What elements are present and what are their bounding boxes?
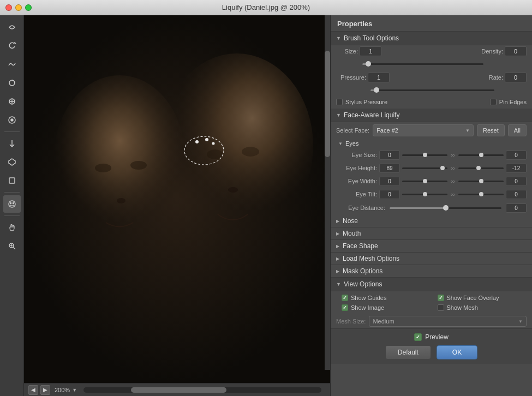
eye-width-left-slider[interactable]	[402, 181, 447, 182]
tool-twirl-cw[interactable]	[3, 74, 21, 92]
canvas-prev-btn[interactable]: ◀	[28, 385, 38, 395]
tool-smooth[interactable]	[3, 56, 21, 73]
mesh-size-value: Medium	[373, 318, 394, 325]
rate-input[interactable]: 0	[505, 73, 527, 82]
eye-size-right-input[interactable]	[506, 151, 527, 160]
horizontal-scrollbar[interactable]	[83, 387, 321, 393]
pin-edges-checkbox[interactable]	[490, 99, 497, 105]
mask-options-section[interactable]: ▶ Mask Options	[331, 265, 532, 278]
main-layout: ◀ ▶ 200% ▼ Properties ▼ Brush Tool Optio…	[0, 15, 532, 396]
eye-width-right-input[interactable]	[506, 177, 527, 186]
zoom-level: 200%	[55, 387, 70, 393]
close-button[interactable]	[5, 4, 12, 11]
eye-tilt-link-icon[interactable]: ∞	[450, 191, 456, 197]
eye-height-left-slider[interactable]	[402, 167, 447, 169]
load-mesh-section[interactable]: ▶ Load Mesh Options	[331, 253, 532, 265]
canvas-image[interactable]	[24, 15, 330, 383]
pressure-input[interactable]: 1	[368, 73, 390, 82]
horizontal-scrollbar-thumb[interactable]	[131, 387, 226, 393]
eye-tilt-right-thumb[interactable]	[479, 192, 483, 196]
eye-tilt-right-slider[interactable]	[458, 194, 504, 195]
face-aware-section-header[interactable]: ▼ Face-Aware Liquify	[331, 109, 532, 122]
size-slider[interactable]	[362, 63, 483, 65]
size-input[interactable]: 1	[360, 46, 381, 56]
density-input[interactable]: 0	[505, 46, 527, 56]
show-face-overlay-checkbox[interactable]: ✓	[438, 295, 444, 301]
size-slider-thumb[interactable]	[366, 61, 371, 67]
view-options-section-header[interactable]: ▼ View Options	[331, 278, 532, 291]
show-image-check: ✓	[343, 305, 347, 310]
eye-height-left-thumb[interactable]	[440, 166, 445, 170]
eye-size-left-input[interactable]	[379, 151, 400, 160]
toolbar-separator-2	[4, 192, 20, 193]
ok-button[interactable]: OK	[437, 345, 477, 359]
eye-size-right-slider[interactable]	[458, 154, 504, 156]
tool-warp[interactable]	[3, 19, 21, 36]
maximize-button[interactable]	[25, 4, 32, 11]
tool-pucker[interactable]	[3, 93, 21, 110]
reset-button[interactable]: Reset	[477, 124, 505, 136]
mouth-section[interactable]: ▶ Mouth	[331, 227, 532, 240]
stylus-pressure-checkbox[interactable]	[336, 99, 343, 105]
pressure-slider-thumb[interactable]	[374, 87, 379, 93]
show-guides-checkbox[interactable]: ✓	[342, 295, 348, 301]
all-button[interactable]: All	[508, 124, 527, 136]
eye-width-link-icon[interactable]: ∞	[450, 178, 456, 184]
eye-size-left-thumb[interactable]	[423, 153, 427, 157]
vertical-scrollbar[interactable]	[325, 15, 330, 370]
eye-height-link-icon[interactable]: ∞	[450, 165, 456, 171]
pressure-slider[interactable]	[370, 89, 494, 91]
preview-checkbox[interactable]: ✓	[414, 333, 422, 341]
tool-freeze-mask[interactable]	[3, 153, 21, 171]
canvas-next-btn[interactable]: ▶	[40, 385, 50, 395]
eye-height-left-input[interactable]	[379, 164, 400, 173]
tool-reconstruct[interactable]	[3, 37, 21, 55]
density-control: Density: 0	[433, 46, 527, 56]
titlebar: Liquify (Daniel.jpg @ 200%)	[0, 0, 532, 15]
tool-thaw-mask[interactable]	[3, 172, 21, 189]
vertical-scrollbar-thumb[interactable]	[325, 51, 330, 157]
eye-height-right-input[interactable]	[506, 164, 527, 173]
eyes-section-header[interactable]: ▼ Eyes	[331, 139, 532, 148]
mouth-arrow: ▶	[336, 231, 339, 236]
eye-tilt-left-input[interactable]	[379, 190, 400, 199]
zoom-dropdown-arrow[interactable]: ▼	[72, 387, 77, 393]
tool-zoom[interactable]	[3, 237, 21, 255]
eye-size-link-icon[interactable]: ∞	[450, 152, 456, 158]
eye-width-right-thumb[interactable]	[479, 179, 483, 183]
tool-hand[interactable]	[3, 219, 21, 236]
left-toolbar	[0, 15, 24, 396]
brush-tool-section-header[interactable]: ▼ Brush Tool Options	[331, 32, 532, 45]
eye-size-left-slider[interactable]	[402, 154, 447, 156]
eye-distance-thumb[interactable]	[443, 205, 449, 211]
svg-point-26	[212, 142, 215, 145]
eye-height-right-thumb[interactable]	[476, 166, 481, 170]
show-mesh-checkbox[interactable]	[438, 304, 444, 311]
eye-width-label: Eye Width:	[336, 178, 377, 184]
eye-width-left-thumb[interactable]	[423, 179, 427, 183]
eye-size-right-thumb[interactable]	[479, 153, 483, 157]
nose-section[interactable]: ▶ Nose	[331, 215, 532, 227]
show-image-checkbox[interactable]: ✓	[342, 304, 348, 311]
mesh-size-dropdown[interactable]: Medium ▼	[369, 316, 527, 327]
eye-tilt-left-thumb[interactable]	[423, 192, 427, 196]
density-label: Density:	[473, 48, 503, 55]
tool-push-left[interactable]	[3, 135, 21, 152]
eye-tilt-right-input[interactable]	[506, 190, 527, 199]
minimize-button[interactable]	[15, 4, 22, 11]
svg-marker-6	[9, 159, 15, 165]
eye-distance-slider[interactable]	[390, 207, 501, 209]
eye-height-right-slider[interactable]	[458, 167, 504, 169]
face-dropdown-value: Face #2	[376, 127, 398, 134]
tool-bloat[interactable]	[3, 111, 21, 129]
stylus-pressure-label: Stylus Pressure	[345, 99, 387, 105]
tool-face[interactable]	[3, 195, 21, 213]
eye-distance-input[interactable]	[506, 203, 527, 213]
face-dropdown[interactable]: Face #2 ▼	[373, 124, 474, 136]
eye-tilt-left-slider[interactable]	[402, 194, 447, 195]
svg-point-24	[195, 140, 199, 143]
eye-width-left-input[interactable]	[379, 177, 400, 186]
face-shape-section[interactable]: ▶ Face Shape	[331, 240, 532, 253]
default-button[interactable]: Default	[385, 345, 431, 359]
eye-width-right-slider[interactable]	[458, 181, 504, 182]
